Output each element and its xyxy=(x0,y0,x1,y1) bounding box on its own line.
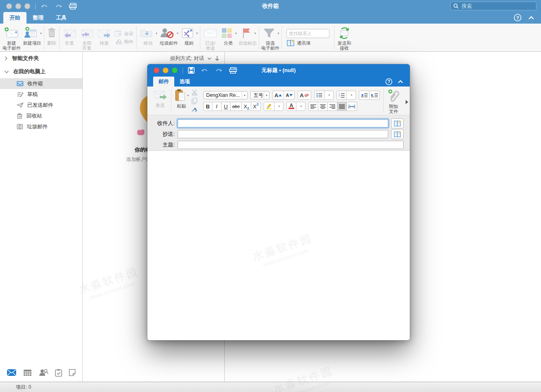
collapse-ribbon-icon[interactable] xyxy=(398,80,403,84)
grow-font-button[interactable]: A xyxy=(272,91,284,100)
highlight-arrow[interactable]: ▾ xyxy=(274,102,284,111)
zoom-button[interactable] xyxy=(172,67,178,73)
paste-button[interactable]: ▾ 粘贴 xyxy=(173,87,190,115)
flag-icon: ▾ xyxy=(239,26,256,41)
tasks-module-button[interactable] xyxy=(55,369,62,377)
align-center-button[interactable] xyxy=(318,102,328,111)
help-icon[interactable]: ? xyxy=(514,14,522,22)
send-button[interactable]: 发送 xyxy=(151,87,170,115)
meeting-button[interactable]: 会议 xyxy=(115,30,133,37)
filter-email-button[interactable]: ▾ 筛选电子邮件 xyxy=(260,24,280,51)
delete-button[interactable]: 删除 xyxy=(46,24,58,51)
collapse-ribbon-icon[interactable] xyxy=(528,16,534,20)
undo-icon[interactable] xyxy=(201,67,209,74)
tab-options[interactable]: 选项 xyxy=(174,77,195,87)
sidebar-item-trash[interactable]: 回收站 xyxy=(0,111,82,121)
to-input[interactable] xyxy=(178,119,388,127)
ribbon-overflow-button[interactable] xyxy=(405,100,409,104)
search-input[interactable] xyxy=(461,3,534,10)
message-body[interactable] xyxy=(147,151,410,340)
sidebar-item-sent[interactable]: 已发送邮件 xyxy=(0,100,82,111)
tab-organize[interactable]: 整理 xyxy=(26,12,50,24)
close-button[interactable] xyxy=(6,3,12,9)
sidebar-item-inbox[interactable]: 收件箱 xyxy=(0,78,82,89)
zoom-button[interactable] xyxy=(24,3,30,9)
font-size-select[interactable]: 五号▾ xyxy=(250,91,269,99)
reply-all-button[interactable]: 全部答复 xyxy=(78,24,96,51)
sidebar-section-smart-folders[interactable]: 智能文件夹 xyxy=(0,52,82,65)
subject-input[interactable] xyxy=(178,141,404,149)
undo-icon[interactable] xyxy=(41,3,48,10)
font-color-arrow[interactable]: ▾ xyxy=(296,102,305,111)
notes-module-button[interactable] xyxy=(69,369,76,376)
search-box[interactable] xyxy=(450,2,536,10)
calendar-module-button[interactable] xyxy=(23,369,32,376)
sidebar-section-on-my-computer[interactable]: 在我的电脑上 xyxy=(0,65,82,78)
highlight-button[interactable] xyxy=(264,102,274,111)
people-module-button[interactable] xyxy=(38,369,48,376)
arrange-by-header[interactable]: 排列方式: 对话 xyxy=(83,52,224,65)
bullet-list-button[interactable] xyxy=(314,91,325,100)
italic-button[interactable]: I xyxy=(212,102,221,111)
move-button[interactable]: ▾ 移动 xyxy=(138,24,158,51)
find-contact-input[interactable] xyxy=(286,29,329,38)
send-receive-icon xyxy=(337,26,352,41)
close-button[interactable] xyxy=(154,67,159,73)
tab-message[interactable]: 邮件 xyxy=(153,77,174,87)
font-name-select[interactable]: DengXian Re...▾ xyxy=(203,91,248,99)
increase-indent-button[interactable] xyxy=(370,91,380,100)
redo-icon[interactable] xyxy=(215,67,223,74)
justify-button[interactable] xyxy=(337,102,347,111)
font-color-button[interactable]: A xyxy=(286,102,296,111)
minimize-button[interactable] xyxy=(15,3,21,9)
line-spacing-button[interactable] xyxy=(347,102,357,111)
attachment-button[interactable]: 附件 xyxy=(115,38,133,45)
reply-button[interactable]: 答复 xyxy=(61,24,78,51)
cc-input[interactable] xyxy=(178,130,388,138)
print-icon[interactable] xyxy=(229,67,237,74)
subscript-button[interactable]: X2 xyxy=(242,102,251,111)
format-painter-icon[interactable] xyxy=(191,106,198,113)
redo-icon[interactable] xyxy=(55,3,63,10)
decrease-indent-button[interactable] xyxy=(359,91,370,100)
superscript-button[interactable]: X2 xyxy=(251,102,261,111)
send-receive-button[interactable]: 发送和接收 xyxy=(336,24,353,51)
tab-tools[interactable]: 工具 xyxy=(50,12,73,24)
cut-icon[interactable] xyxy=(191,89,198,96)
forward-button[interactable]: 转发 xyxy=(96,24,113,51)
read-unread-button[interactable]: 已读/未读 xyxy=(202,24,219,51)
categorize-button[interactable]: ▾ 分类 xyxy=(219,24,238,51)
help-icon[interactable]: ? xyxy=(385,78,392,85)
titlebar-divider xyxy=(35,3,36,10)
follow-up-button[interactable]: ▾ 后续标志 xyxy=(238,24,257,51)
sidebar-item-drafts[interactable]: 草稿 xyxy=(0,89,82,100)
bold-button[interactable]: B xyxy=(203,102,212,111)
tab-home[interactable]: 开始 xyxy=(3,12,26,24)
numbered-list-arrow[interactable]: ▾ xyxy=(347,91,356,100)
print-icon[interactable] xyxy=(69,3,77,10)
mail-module-button[interactable] xyxy=(7,369,17,376)
sort-direction-icon[interactable] xyxy=(215,55,219,61)
align-left-button[interactable] xyxy=(308,102,318,111)
underline-button[interactable]: U xyxy=(221,102,231,111)
address-book-button[interactable]: 通讯簿 xyxy=(286,40,329,46)
clear-formatting-button[interactable]: A xyxy=(298,91,311,100)
align-right-button[interactable] xyxy=(328,102,337,111)
cc-address-book-button[interactable] xyxy=(391,129,404,139)
bullet-list-arrow[interactable]: ▾ xyxy=(325,91,334,100)
junk-button[interactable]: ▾ 垃圾邮件 xyxy=(158,24,179,51)
strikethrough-button[interactable]: abe xyxy=(231,102,242,111)
numbered-list-button[interactable]: 123 xyxy=(337,91,347,100)
new-email-button[interactable]: 新建电子邮件 xyxy=(2,24,22,51)
attach-file-button[interactable]: 附加文件 xyxy=(385,87,402,115)
paste-icon xyxy=(174,89,186,102)
save-icon[interactable] xyxy=(188,67,195,74)
copy-icon[interactable] xyxy=(191,98,198,104)
shrink-font-button[interactable]: A xyxy=(284,91,295,100)
sidebar-item-junk[interactable]: 垃圾邮件 xyxy=(0,121,82,132)
to-address-book-button[interactable] xyxy=(391,118,404,128)
reply-icon xyxy=(62,26,77,41)
new-items-button[interactable]: ▾ 新建项目 xyxy=(22,24,43,51)
minimize-button[interactable] xyxy=(163,67,168,73)
rules-button[interactable]: ▾ 规则 xyxy=(179,24,199,51)
